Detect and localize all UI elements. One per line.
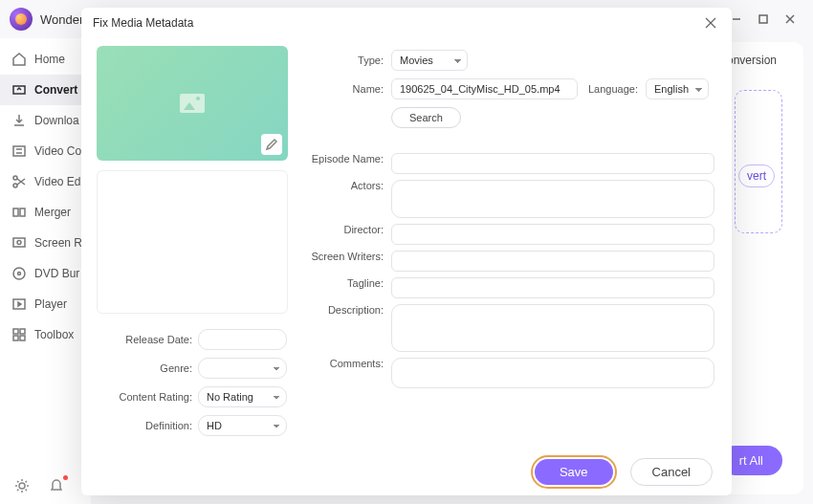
description-input[interactable] [391,304,714,352]
svg-point-6 [13,176,17,180]
merger-icon [11,205,27,220]
home-icon [11,52,27,67]
episode-name-label: Episode Name: [302,153,384,164]
sidebar-item-label: Player [34,297,67,311]
search-button[interactable]: Search [391,107,461,128]
sidebar-item-label: Toolbox [34,328,74,341]
sidebar-item-label: Merger [34,206,71,219]
sidebar-item-screen-recorder[interactable]: Screen R [0,228,91,258]
tagline-label: Tagline: [302,277,384,289]
sidebar-item-video-editor[interactable]: Video Ed [0,166,91,197]
language-label: Language: [585,83,638,95]
sidebar-item-downloader[interactable]: Downloa [0,105,91,136]
tagline-input[interactable] [391,277,714,298]
comments-label: Comments: [302,358,384,369]
screen-writers-input[interactable] [391,251,714,272]
screen-recorder-icon [11,235,27,251]
modal-close-button[interactable] [701,13,720,33]
drop-zone[interactable] [735,90,782,233]
definition-label: Definition: [97,420,192,431]
settings-icon[interactable] [13,477,31,494]
cover-art-thumbnail[interactable] [97,46,288,161]
name-input[interactable] [391,78,578,99]
svg-rect-1 [759,15,767,23]
cancel-button[interactable]: Cancel [630,458,713,486]
svg-point-12 [13,268,25,279]
actors-input[interactable] [391,180,714,218]
type-select[interactable]: Movies [391,50,468,71]
close-icon [705,17,716,29]
episode-name-input[interactable] [391,153,714,174]
save-button[interactable]: Save [535,459,613,485]
modal-title: Fix Media Metadata [93,16,193,30]
type-label: Type: [302,55,384,66]
svg-point-19 [19,483,25,489]
genre-label: Genre: [97,362,192,374]
svg-rect-8 [13,208,18,216]
sidebar-item-video-compressor[interactable]: Video Co [0,136,91,166]
modal-right-column: Type: Movies Name: Language: English Sea… [297,38,732,448]
sidebar-item-label: Video Co [34,144,81,158]
svg-point-11 [17,241,21,245]
svg-point-13 [18,273,21,275]
actors-label: Actors: [302,180,384,191]
svg-rect-9 [20,208,25,216]
sidebar-item-toolbox[interactable]: Toolbox [0,319,91,350]
svg-rect-5 [13,146,25,156]
release-date-label: Release Date: [97,334,192,345]
sidebar-item-player[interactable]: Player [0,289,91,319]
save-button-highlight: Save [531,455,617,489]
app-logo-icon [10,8,33,31]
svg-rect-15 [13,329,18,334]
convert-button-partial[interactable]: vert [738,164,775,187]
sidebar-item-label: Convert [34,83,77,97]
language-select[interactable]: English [646,78,709,99]
svg-rect-16 [20,329,25,334]
svg-rect-17 [13,336,18,340]
edit-cover-button[interactable] [261,134,282,155]
pencil-icon [265,138,278,151]
name-label: Name: [302,83,384,95]
sidebar-item-label: Downloa [34,114,79,127]
sidebar: Home Convert Downloa Video Co Video Ed M… [0,38,91,504]
director-input[interactable] [391,224,714,245]
sidebar-item-label: DVD Bur [34,267,79,280]
sidebar-item-merger[interactable]: Merger [0,197,91,228]
window-maximize-button[interactable] [750,6,777,33]
definition-select[interactable]: HD [198,415,287,436]
sidebar-item-home[interactable]: Home [0,44,91,75]
content-rating-label: Content Rating: [97,391,192,403]
sidebar-item-converter[interactable]: Convert [0,75,91,105]
notifications-icon[interactable] [48,477,65,494]
sidebar-item-label: Home [34,53,65,66]
director-label: Director: [302,224,384,235]
info-panel [97,170,288,314]
svg-rect-18 [20,336,25,340]
modal-header: Fix Media Metadata [81,8,732,38]
sidebar-item-label: Video Ed [34,175,81,188]
toolbox-icon [11,327,27,342]
app-title: Wonder [40,12,83,27]
compress-icon [11,143,27,159]
modal-footer: Save Cancel [81,448,732,495]
image-placeholder-icon [180,94,205,113]
modal-left-column: Release Date: Genre: Content Rating: No … [81,38,297,448]
screen-writers-label: Screen Writers: [302,251,384,262]
scissors-icon [11,174,27,189]
fix-metadata-modal: Fix Media Metadata Release Date: Genre: [81,8,732,495]
window-close-button[interactable] [777,6,803,33]
converter-icon [11,82,27,98]
sidebar-item-label: Screen R [34,236,82,250]
content-rating-select[interactable]: No Rating [198,386,287,407]
svg-point-7 [13,184,17,187]
release-date-input[interactable] [198,329,287,350]
comments-input[interactable] [391,358,714,388]
description-label: Description: [302,304,384,316]
download-icon [11,113,27,128]
disc-icon [11,266,27,281]
play-icon [11,296,27,312]
genre-select[interactable] [198,358,287,379]
svg-rect-10 [13,238,25,247]
sidebar-item-dvd-burner[interactable]: DVD Bur [0,258,91,289]
